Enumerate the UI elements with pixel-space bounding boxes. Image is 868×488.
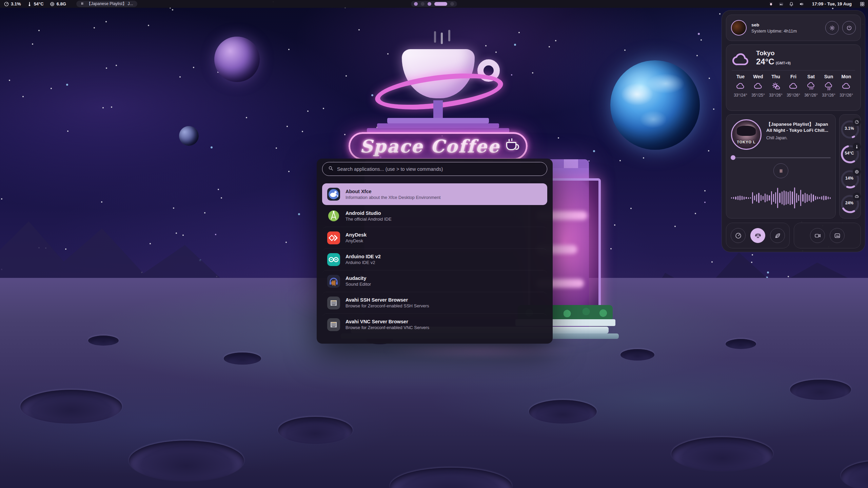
visualizer-bar (779, 193, 780, 203)
media-info: TOKYO L 【Japanese Playlist】 Japan All Ni… (731, 119, 831, 150)
chip-gauge[interactable]: 14% (840, 168, 860, 190)
forecast-day-name: Sat (802, 74, 820, 79)
forecast-day: Fri35°/26° (785, 74, 802, 98)
visualizer-bar (777, 188, 778, 208)
cloud-icon (732, 50, 751, 66)
app-description: The official Android IDE (346, 217, 392, 222)
capture-cluster (794, 223, 861, 248)
visualizer-bar (742, 196, 743, 200)
cpu-usage-value: 3.1% (11, 1, 21, 6)
app-list-item[interactable]: About XfceInformation about the Xfce Des… (322, 183, 547, 205)
performance-mode-button[interactable] (731, 228, 746, 243)
pause-button[interactable] (773, 163, 788, 178)
visualizer-bar (813, 195, 814, 201)
screen-record-button[interactable] (810, 228, 825, 243)
crater (790, 380, 851, 400)
avahi-app-icon (327, 296, 340, 310)
settings-button[interactable] (825, 21, 839, 35)
workspace-dot-4[interactable] (434, 2, 447, 6)
app-list-item[interactable]: AnyDeskAnyDesk (322, 227, 547, 248)
crater (278, 417, 353, 444)
wallpaper-tray-icon[interactable] (778, 1, 784, 7)
volume-icon[interactable] (798, 1, 805, 7)
avahi-app-icon (327, 318, 340, 331)
visualizer-bar (731, 197, 732, 199)
now-playing-pill[interactable]: 【Japanese Playlist】 J... (76, 1, 137, 7)
user-info: seb System Uptime: 4h11m (751, 22, 797, 34)
powersave-mode-button[interactable] (770, 228, 785, 243)
visualizer-bar (821, 196, 822, 200)
app-list-item[interactable]: AudacitySound Editor (322, 270, 547, 292)
visualizer-bar (798, 195, 799, 201)
memory-value: 6.8G (57, 1, 66, 6)
workspace-dot-2[interactable] (421, 2, 425, 6)
app-list-item[interactable]: Android StudioThe official Android IDE (322, 205, 547, 227)
user-actions (825, 21, 856, 35)
tray-cat-icon[interactable] (768, 1, 774, 7)
app-description: Sound Editor (346, 282, 371, 287)
forecast-temps: 33°/26° (837, 93, 855, 98)
app-name: Arduino IDE v2 (346, 254, 381, 259)
screenshot-button[interactable] (830, 228, 845, 243)
divider (732, 70, 855, 70)
crater (529, 400, 597, 424)
visualizer-bar (758, 193, 759, 203)
app-name: Audacity (346, 276, 371, 281)
forecast-day: Mon33°/26° (837, 74, 855, 98)
visualizer-bar (767, 195, 768, 201)
disk-gauge[interactable]: 24% (840, 192, 860, 215)
speedometer-gauge[interactable]: 3.1% (840, 118, 860, 140)
visualizer-bar (800, 190, 801, 206)
workspace-dot-5[interactable] (450, 2, 454, 6)
workspace-dot-3[interactable] (428, 2, 431, 6)
power-button[interactable] (842, 21, 856, 35)
clock[interactable]: 17:09 - Tue, 19 Aug (809, 1, 855, 6)
visualizer-bar (733, 197, 734, 199)
media-player-card: TOKYO L 【Japanese Playlist】 Japan All Ni… (726, 114, 836, 219)
chip-icon (49, 1, 55, 7)
cpu-usage-indicator[interactable]: 3.1% (3, 1, 21, 7)
album-art[interactable]: TOKYO L (731, 119, 762, 150)
app-list-item[interactable]: Avahi SSH Server BrowserBrowse for Zeroc… (322, 292, 547, 313)
visualizer-bar (746, 197, 747, 199)
visualizer-bar (788, 192, 789, 204)
seek-bar[interactable] (731, 155, 831, 160)
partly-sunny-icon (767, 82, 785, 91)
memory-indicator[interactable]: 6.8G (49, 1, 66, 7)
audio-visualizer (731, 182, 831, 214)
search-input[interactable] (337, 166, 541, 172)
user-name: seb (751, 22, 797, 27)
visualizer-bar (792, 191, 793, 204)
balanced-mode-button[interactable] (750, 228, 765, 243)
track-title: 【Japanese Playlist】 Japan All Night - To… (766, 121, 831, 134)
visualizer-bar (790, 191, 791, 205)
forecast-temps: 33°/24° (732, 93, 749, 98)
temperature-indicator[interactable]: 54°C (26, 1, 44, 7)
app-grid-icon[interactable] (859, 1, 865, 7)
avatar[interactable] (731, 20, 747, 36)
forecast-temps: 35°/25° (749, 93, 767, 98)
seek-thumb[interactable] (731, 155, 735, 160)
visualizer-bar (825, 196, 826, 200)
visualizer-bar (807, 194, 808, 202)
forecast-day: Sun33°/26° (820, 74, 837, 98)
visualizer-bar (763, 196, 764, 200)
visualizer-bar (828, 197, 829, 199)
app-list-item[interactable]: Avahi VNC Server BrowserBrowse for Zeroc… (322, 313, 547, 335)
rain-icon (802, 82, 820, 91)
visualizer-bar (775, 192, 776, 204)
notifications-bell-icon[interactable] (788, 1, 794, 7)
workspace-dot-1[interactable] (414, 2, 418, 6)
xfce-app-icon (327, 187, 340, 201)
app-description: Browse for Zeroconf-enabled VNC Servers (346, 325, 429, 330)
chip-icon (853, 168, 861, 176)
forecast-temps: 33°/26° (767, 93, 785, 98)
top-bar: 3.1% 54°C 6.8G 【Japanese Playlist】 J... … (0, 0, 868, 8)
visualizer-bar (773, 194, 774, 202)
search-box[interactable] (322, 162, 547, 176)
thermometer-gauge[interactable]: 54°C (840, 143, 860, 165)
gauge-value: 3.1% (840, 126, 859, 131)
app-name: Android Studio (346, 210, 392, 216)
app-list-item[interactable]: Arduino IDE v2Arduino IDE v2 (322, 248, 547, 270)
thermometer-icon (26, 1, 33, 7)
